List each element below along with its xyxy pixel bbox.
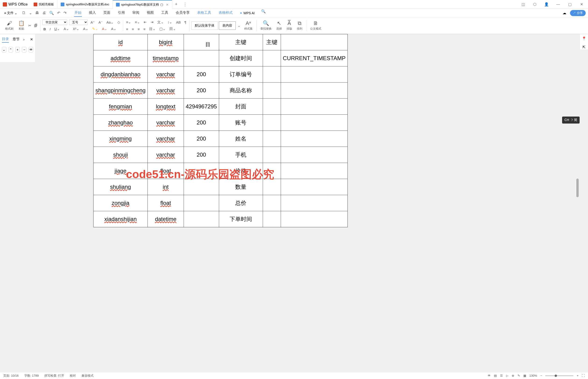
cloud-icon[interactable]: ☁: [563, 11, 566, 15]
view-page-icon[interactable]: ▤: [494, 374, 497, 377]
table-cell[interactable]: id: [94, 34, 148, 50]
table-row[interactable]: dingdanbianhaovarchar200订单编号: [94, 66, 348, 82]
table-cell[interactable]: [281, 82, 348, 99]
align-center-icon[interactable]: ≡: [131, 27, 135, 32]
maximize-button[interactable]: ▢: [566, 1, 573, 8]
table-cell[interactable]: xingming: [94, 131, 148, 147]
underline-icon[interactable]: U⌄: [53, 26, 61, 32]
print-icon[interactable]: 🖨: [42, 11, 46, 15]
table-cell[interactable]: [263, 115, 281, 131]
style-content[interactable]: 表内容: [219, 21, 236, 30]
wps-ai-button[interactable]: ✦ WPS AI: [240, 9, 254, 17]
doc-mode-group[interactable]: 🗎 公文模式: [308, 20, 323, 31]
tab-doc-2[interactable]: springboot78q41数据库文档 ▢ ✕: [113, 0, 172, 9]
table-row[interactable]: xiadanshijiandatetime下单时间: [94, 211, 348, 227]
find-replace-group[interactable]: 🔍 查找替换: [259, 20, 273, 31]
clear-format-icon[interactable]: ◇: [117, 20, 121, 25]
table-cell[interactable]: shouji: [94, 147, 148, 163]
menu-tab-table-style[interactable]: 表格样式: [218, 9, 233, 17]
table-cell[interactable]: shuliang: [94, 179, 148, 195]
nav-up-icon[interactable]: ⌃: [9, 47, 13, 52]
vertical-scrollbar[interactable]: [576, 34, 579, 372]
table-cell[interactable]: [281, 99, 348, 115]
table-cell[interactable]: 200: [184, 147, 219, 163]
table-row[interactable]: zhanghaovarchar200账号: [94, 115, 348, 131]
table-row[interactable]: jiagefloat价格: [94, 163, 348, 179]
table-cell[interactable]: [184, 211, 219, 227]
align-right-icon[interactable]: ≡: [137, 27, 141, 32]
line-spacing-icon[interactable]: ↕⌄: [167, 20, 173, 25]
nav-eye-icon[interactable]: 👁: [29, 47, 33, 52]
table-cell[interactable]: 封面: [219, 99, 263, 115]
justify-icon[interactable]: ≡: [143, 27, 147, 32]
menu-tab-page[interactable]: 页面: [103, 9, 111, 17]
table-cell[interactable]: float: [148, 195, 184, 211]
decrease-font-icon[interactable]: A⁻: [98, 20, 104, 25]
table-cell[interactable]: CURRENT_TIMESTAMP: [281, 50, 348, 66]
zoom-level[interactable]: 130%: [529, 374, 537, 377]
app-logo[interactable]: WPS Office: [0, 2, 30, 7]
text-direction-icon[interactable]: 文⌄: [156, 20, 165, 25]
arrange-group[interactable]: ⧉ 排列: [295, 20, 304, 31]
table-cell[interactable]: [184, 34, 219, 50]
data-table[interactable]: idbigint主键主键addtimetimestamp创建时间CURRENT_…: [93, 34, 348, 227]
minimize-button[interactable]: —: [554, 1, 562, 8]
menu-tab-tools[interactable]: 工具: [161, 9, 169, 17]
tab-close-icon[interactable]: ✕: [166, 3, 169, 7]
table-cell[interactable]: int: [148, 179, 184, 195]
font-color-icon[interactable]: A⌄: [101, 26, 108, 32]
table-cell[interactable]: 200: [184, 66, 219, 82]
zoom-in-icon[interactable]: +: [577, 374, 578, 377]
table-cell[interactable]: varchar: [148, 66, 184, 82]
search-icon[interactable]: 🔍: [261, 9, 266, 17]
eye-icon[interactable]: 👁: [488, 374, 491, 377]
menu-tab-review[interactable]: 审阅: [132, 9, 140, 17]
select-group[interactable]: ↖ 选择: [274, 20, 284, 31]
menu-tab-member[interactable]: 会员专享: [175, 9, 190, 17]
increase-indent-icon[interactable]: ⇥: [150, 20, 154, 25]
tab-template[interactable]: 找稻壳模板: [30, 0, 57, 9]
table-cell[interactable]: xiadanshijian: [94, 211, 148, 227]
distribute-icon[interactable]: 目⌄: [148, 26, 157, 32]
nav-plus-icon[interactable]: +: [16, 47, 20, 52]
share-button[interactable]: ↗ 分享: [570, 10, 586, 16]
fullscreen-icon[interactable]: ⛶: [582, 374, 585, 377]
table-cell[interactable]: varchar: [148, 147, 184, 163]
italic-icon[interactable]: I: [49, 27, 51, 32]
table-cell[interactable]: timestamp: [148, 50, 184, 66]
border-font-icon[interactable]: A⌄: [110, 26, 117, 32]
status-proof[interactable]: 校对: [70, 374, 76, 378]
text-effect-icon[interactable]: A⌄: [82, 26, 89, 32]
table-cell[interactable]: 200: [184, 82, 219, 99]
decrease-indent-icon[interactable]: ⇤: [143, 20, 148, 25]
table-cell[interactable]: float: [148, 163, 184, 179]
close-icon[interactable]: ✕: [30, 37, 33, 42]
clip-icon[interactable]: ✎: [518, 374, 520, 377]
nav-tab-chapter[interactable]: 章节: [13, 36, 20, 42]
table-cell[interactable]: varchar: [148, 131, 184, 147]
table-cell[interactable]: addtime: [94, 50, 148, 66]
style-set-group[interactable]: Aᵃ 样式集: [242, 20, 254, 31]
change-case-icon[interactable]: Aa⌄: [105, 20, 115, 25]
zoom-thumb[interactable]: [555, 375, 557, 377]
table-cell[interactable]: 手机: [219, 147, 263, 163]
table-cell[interactable]: 创建时间: [219, 50, 263, 66]
status-spell[interactable]: 拼写检查: 打开: [44, 374, 64, 378]
table-cell[interactable]: 商品名称: [219, 82, 263, 99]
nav-minus-icon[interactable]: −: [22, 47, 26, 52]
layout-group[interactable]: A̅ 排版: [285, 20, 294, 31]
table-cell[interactable]: zongjia: [94, 195, 148, 211]
superscript-icon[interactable]: X²⌄: [72, 26, 80, 32]
table-cell[interactable]: [263, 195, 281, 211]
table-cell[interactable]: datetime: [148, 211, 184, 227]
menu-tab-table-tools[interactable]: 表格工具: [197, 9, 212, 17]
chevron-right-icon[interactable]: ›: [23, 37, 24, 41]
expand-icon[interactable]: ⇱: [582, 45, 586, 49]
play-icon[interactable]: ▷: [506, 374, 508, 377]
table-cell[interactable]: [281, 163, 348, 179]
pin-icon[interactable]: 📍: [582, 36, 586, 41]
table-cell[interactable]: [184, 163, 219, 179]
table-cell[interactable]: shangpinmingcheng: [94, 82, 148, 99]
new-doc-icon[interactable]: 🗋: [22, 11, 26, 15]
grid-icon[interactable]: ▦: [523, 374, 526, 377]
